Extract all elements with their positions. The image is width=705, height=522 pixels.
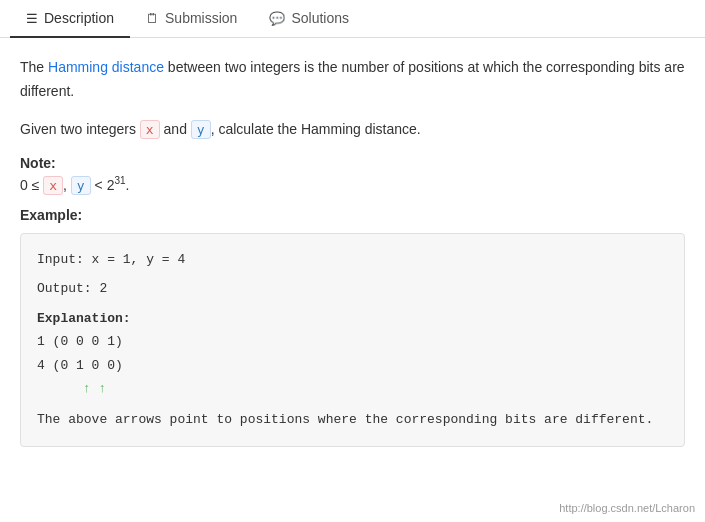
note-superscript: 31 [114,175,125,186]
description-icon: ☰ [26,11,38,26]
given-paragraph: Given two integers x and y, calculate th… [20,118,685,142]
code-line2: 4 (0 1 0 0) [37,354,668,377]
hamming-distance-link[interactable]: Hamming distance [48,59,164,75]
tab-bar: ☰ Description 🗒 Submission 💬 Solutions [0,0,705,38]
solutions-icon: 💬 [269,11,285,26]
and-text: and [160,121,191,137]
code-block: Input: x = 1, y = 4 Output: 2 Explanatio… [20,233,685,447]
arrows-line: ↑ ↑ [37,377,668,400]
given-text: Given two integers [20,121,140,137]
explanation-note: The above arrows point to positions wher… [37,408,668,431]
y-variable: y [191,120,211,139]
intro-before-link: The [20,59,48,75]
example-section: Example: Input: x = 1, y = 4 Output: 2 E… [20,207,685,447]
submission-icon: 🗒 [146,11,159,26]
code-line1: 1 (0 0 0 1) [37,330,668,353]
note-prefix: 0 ≤ [20,177,43,193]
note-section: Note: 0 ≤ x, y < 231. [20,155,685,193]
note-suffix-post: . [126,177,130,193]
x-variable: x [140,120,160,139]
page-container: ☰ Description 🗒 Submission 💬 Solutions T… [0,0,705,522]
note-y: y [71,176,91,195]
code-output-line: Output: 2 [37,277,668,300]
watermark: http://blog.csdn.net/Lcharon [559,502,695,514]
note-x: x [43,176,63,195]
note-label: Note: [20,155,685,171]
tab-description-label: Description [44,10,114,26]
note-suffix-pre: < 2 [91,177,115,193]
tab-submission-label: Submission [165,10,237,26]
intro-paragraph: The Hamming distance between two integer… [20,56,685,104]
given-suffix: , calculate the Hamming distance. [211,121,421,137]
note-content: 0 ≤ x, y < 231. [20,175,685,193]
tab-solutions-label: Solutions [291,10,349,26]
note-comma: , [63,177,71,193]
code-input-line: Input: x = 1, y = 4 [37,248,668,271]
tab-description[interactable]: ☰ Description [10,0,130,38]
main-content: The Hamming distance between two integer… [0,38,705,479]
tab-solutions[interactable]: 💬 Solutions [253,0,365,38]
code-explanation-label: Explanation: [37,307,668,330]
example-label: Example: [20,207,685,223]
tab-submission[interactable]: 🗒 Submission [130,0,253,38]
